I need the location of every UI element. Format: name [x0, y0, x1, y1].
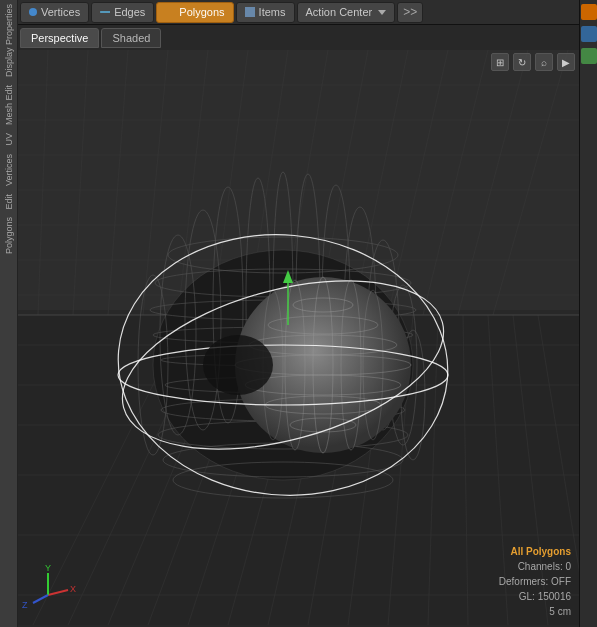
expand-button[interactable]: >>	[397, 2, 423, 23]
gl-label: GL: 150016	[499, 589, 571, 604]
left-sidebar: Display Properties Mesh Edit UV Vertices…	[0, 0, 18, 627]
polygons-button[interactable]: Polygons	[156, 2, 233, 23]
svg-point-88	[203, 335, 273, 395]
main-area: Vertices Edges Polygons Items Action Cen…	[18, 0, 579, 627]
viewport-search-icon[interactable]: ⌕	[535, 53, 553, 71]
items-button[interactable]: Items	[236, 2, 295, 23]
polygons-icon	[163, 5, 177, 19]
scene-canvas: X Y Z	[18, 25, 579, 627]
perspective-label: Perspective	[31, 32, 88, 44]
sidebar-tab-uv[interactable]: UV	[2, 129, 16, 150]
viewport-rotate-icon[interactable]: ↻	[513, 53, 531, 71]
right-btn-1[interactable]	[581, 4, 597, 20]
svg-text:Z: Z	[22, 600, 28, 610]
svg-text:X: X	[70, 584, 76, 594]
sidebar-tab-polygons[interactable]: Polygons	[2, 213, 16, 258]
action-center-dropdown-icon	[378, 10, 386, 15]
polygons-label: Polygons	[179, 6, 224, 18]
shaded-label: Shaded	[112, 32, 150, 44]
vertices-label: Vertices	[41, 6, 80, 18]
all-polygons-label: All Polygons	[499, 544, 571, 559]
items-icon	[245, 7, 255, 17]
deformers-label: Deformers: OFF	[499, 574, 571, 589]
right-btn-2[interactable]	[581, 26, 597, 42]
action-center-button[interactable]: Action Center	[297, 2, 396, 23]
top-toolbar: Vertices Edges Polygons Items Action Cen…	[18, 0, 579, 25]
expand-label: >>	[403, 5, 417, 19]
right-sidebar	[579, 0, 597, 627]
sidebar-tab-mesh[interactable]: Mesh Edit	[2, 81, 16, 129]
items-label: Items	[259, 6, 286, 18]
sidebar-tab-edit[interactable]: Edit	[2, 190, 16, 214]
viewport-icons: ⊞ ↻ ⌕ ▶	[491, 53, 575, 71]
viewport-expand-icon[interactable]: ▶	[557, 53, 575, 71]
viewport-display-icon[interactable]: ⊞	[491, 53, 509, 71]
action-center-label: Action Center	[306, 6, 373, 18]
viewport-header: Perspective Shaded	[18, 25, 579, 50]
right-btn-3[interactable]	[581, 48, 597, 64]
svg-text:Y: Y	[45, 563, 51, 573]
perspective-tab[interactable]: Perspective	[20, 28, 99, 48]
shaded-tab[interactable]: Shaded	[101, 28, 161, 48]
status-overlay: All Polygons Channels: 0 Deformers: OFF …	[499, 544, 571, 619]
edges-icon	[100, 7, 110, 17]
edges-label: Edges	[114, 6, 145, 18]
edges-button[interactable]: Edges	[91, 2, 154, 23]
unit-label: 5 cm	[499, 604, 571, 619]
channels-label: Channels: 0	[499, 559, 571, 574]
vertices-button[interactable]: Vertices	[20, 2, 89, 23]
viewport[interactable]: X Y Z Perspective Shaded ⊞ ↻ ⌕ ▶ All Pol…	[18, 25, 579, 627]
sidebar-tab-vertices[interactable]: Vertices	[2, 150, 16, 190]
sidebar-tab-display[interactable]: Display Properties	[2, 0, 16, 81]
vertices-icon	[29, 8, 37, 16]
